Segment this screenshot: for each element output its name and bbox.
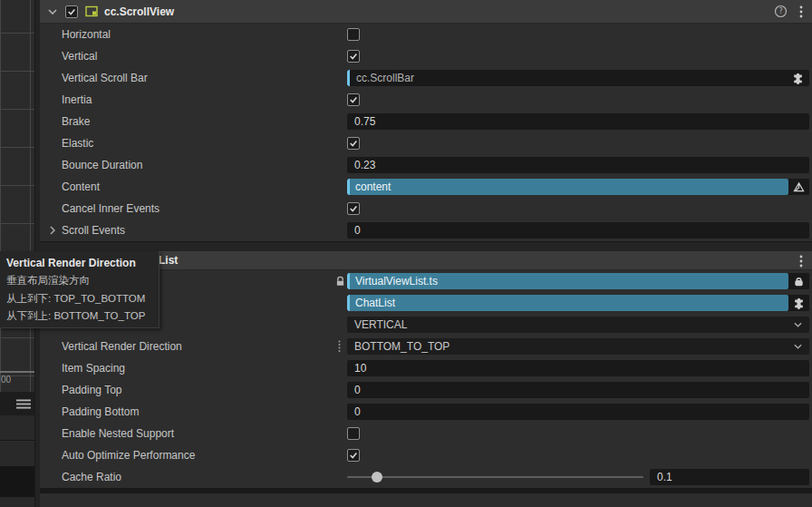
svg-text:?: ? [778,7,782,15]
number-field-padding-top[interactable]: 0 [347,382,809,398]
property-label: Elastic [62,137,347,150]
property-control [347,137,809,150]
property-control: cc.ScrollBar [347,70,809,86]
component-title-visible: List [159,254,178,267]
reference-locate-button[interactable] [788,179,809,195]
checkbox-cancel-inner-events[interactable] [347,202,360,215]
grid-coordinate-label: 00 [1,375,11,385]
property-label: Vertical [62,50,347,63]
checkbox-horizontal[interactable] [347,28,360,41]
left-panel-row[interactable] [0,466,34,497]
property-control [347,449,809,462]
node-icon [793,181,805,193]
slider-thumb-cache-ratio[interactable] [372,472,382,483]
lock-icon[interactable] [335,276,345,287]
property-label: Brake [62,115,347,128]
dropdown-vertical[interactable]: VERTICAL [347,317,809,333]
number-field-cache-ratio[interactable]: 0.1 [650,469,809,485]
property-control [347,93,809,106]
slider-track-cache-ratio[interactable] [347,476,643,478]
checkbox-vertical[interactable] [347,50,360,63]
left-panel-row[interactable] [0,415,34,441]
component-enabled-checkbox[interactable] [65,5,78,18]
property-row-padding-bottom: Padding Bottom0 [40,401,812,423]
reference-field-virtualviewlist-ts[interactable]: VirtualViewList.ts [347,273,809,289]
hamburger-icon [16,399,31,409]
checkbox-enable-nested-support[interactable] [347,427,360,440]
scrollview-properties: HorizontalVerticalVertical Scroll Barcc.… [40,24,812,241]
property-label: Scroll Events [62,224,347,237]
section-divider [40,241,812,251]
property-label: Vertical Scroll Bar [62,72,347,84]
property-row-enable-nested-support: Enable Nested Support [40,423,812,444]
checkbox-inertia[interactable] [347,93,360,106]
puzzle-icon [793,297,805,309]
hamburger-menu-button[interactable] [0,392,34,415]
number-field-bounce-duration[interactable]: 0.23 [347,157,809,173]
reference-field-vertical-scroll-bar[interactable]: cc.ScrollBar [347,70,809,86]
property-control: 0.23 [347,157,809,173]
scrollview-component-icon [85,5,98,17]
property-control: 10 [347,360,809,376]
property-control: 0.75 [347,113,809,130]
number-field-item-spacing[interactable]: 10 [347,360,809,376]
property-control [347,50,809,63]
kebab-menu-icon[interactable] [799,255,803,268]
reference-locate-button[interactable] [788,295,809,311]
checkbox-elastic[interactable] [347,137,360,150]
chevron-down-icon [794,322,802,327]
property-control [347,202,809,215]
property-label: Bounce Duration [62,159,347,171]
reference-locate-button[interactable] [788,273,809,289]
checkbox-auto-optimize-performance[interactable] [347,449,360,462]
puzzle-icon[interactable] [792,73,804,84]
property-control: BOTTOM_TO_TOP [347,338,809,355]
property-label: Padding Top [62,384,347,396]
dropdown-value: VERTICAL [354,318,407,331]
property-row-elastic: Elastic [40,132,812,154]
property-row-vertical: Vertical [40,45,812,67]
number-field-padding-bottom[interactable]: 0 [347,404,809,420]
property-row-cancel-inner-events: Cancel Inner Events [40,198,812,219]
inspector-bottom-divider [40,488,812,493]
property-row-horizontal: Horizontal [40,24,812,45]
property-label: Padding Bottom [62,405,347,418]
help-icon[interactable]: ? [774,5,788,18]
asset-icon [793,276,805,288]
number-field-scroll-events[interactable]: 0 [347,222,809,239]
editor-root: 00 cc.ScrollView ? HorizontalVerticalV [0,0,812,507]
property-control: 0.1 [347,469,809,485]
component-title: cc.ScrollView [104,5,174,18]
property-label: Horizontal [62,28,347,41]
reference-value: content [350,179,788,195]
number-field-brake[interactable]: 0.75 [347,113,809,130]
property-control: 0 [347,382,809,398]
collapse-chevron-icon[interactable] [48,9,57,15]
reference-value: cc.ScrollBar [350,72,414,84]
reference-field-chatlist[interactable]: ChatList [347,295,809,311]
property-label: Enable Nested Support [62,427,347,440]
left-panel-row[interactable] [0,497,34,507]
property-row-bounce-duration: Bounce Duration0.23 [40,154,812,176]
property-row-cache-ratio: Cache Ratio0.1 [40,466,812,488]
reference-field-content[interactable]: content [347,179,809,195]
component-header-scrollview[interactable]: cc.ScrollView ? [40,0,812,24]
property-control: ChatList [347,295,809,311]
property-row-padding-top: Padding Top0 [40,379,812,401]
property-label: Auto Optimize Performance [62,449,347,462]
property-control [347,427,809,440]
expand-chevron-icon[interactable] [50,226,55,235]
property-row-content: Contentcontent [40,176,812,198]
left-panel-row[interactable] [0,442,34,466]
dropdown-vertical-render-direction[interactable]: BOTTOM_TO_TOP [347,338,809,355]
kebab-menu-icon[interactable] [799,5,803,18]
tooltip-line: 垂直布局渲染方向 [6,272,152,290]
property-label: Item Spacing [62,362,347,375]
property-row-inertia: Inertia [40,89,812,111]
property-control: VERTICAL [347,317,809,333]
drag-dots-icon[interactable] [338,340,341,353]
property-label: Cache Ratio [62,471,347,483]
property-control: content [347,179,809,195]
property-row-auto-optimize-performance: Auto Optimize Performance [40,444,812,466]
property-label: Inertia [62,93,347,106]
